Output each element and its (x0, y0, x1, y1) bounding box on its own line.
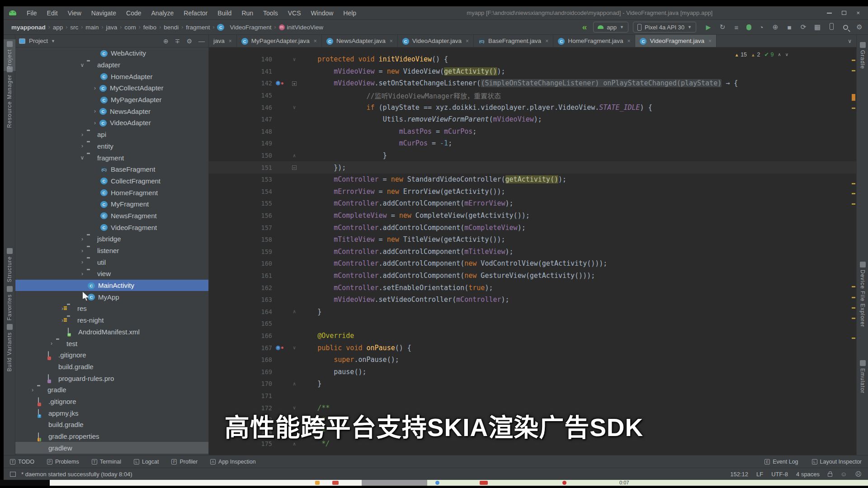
tree-row[interactable]: ›gradle (15, 384, 208, 396)
breadcrumb-item[interactable]: src (69, 23, 80, 32)
breadcrumb-item[interactable]: bendi (162, 23, 180, 32)
tree-row[interactable]: CHomeAdapter (15, 70, 208, 82)
sidebar-item-emulator[interactable]: Emulator (857, 358, 868, 395)
sidebar-item-build-variants[interactable]: Build Variants (4, 322, 15, 373)
chevron-right-icon[interactable]: › (78, 248, 87, 254)
fold-minus-icon[interactable]: – (292, 165, 297, 170)
breadcrumb-item[interactable]: feibo (142, 23, 158, 32)
tree-row[interactable]: ∨fragment (15, 152, 208, 164)
chevron-right-icon[interactable]: › (78, 259, 87, 265)
next-issue-icon[interactable]: ∨ (785, 52, 788, 57)
maximize-button[interactable] (842, 11, 846, 15)
menu-navigate[interactable]: Navigate (87, 8, 120, 19)
chevron-right-icon[interactable]: › (90, 120, 99, 126)
apply-code-changes-button[interactable]: ≡ (732, 23, 741, 31)
toolwindow-todo[interactable]: TTODO (10, 459, 34, 465)
tree-row[interactable]: ›listener (15, 245, 208, 257)
tree-row[interactable]: ›test (15, 338, 208, 349)
menu-file[interactable]: File (23, 8, 41, 19)
tree-row[interactable]: ›res (15, 303, 208, 314)
tree-row[interactable]: ›res-night (15, 314, 208, 326)
tree-row[interactable]: CMyFragment (15, 198, 208, 210)
minimize-button[interactable] (827, 13, 832, 14)
error-stripe[interactable] (851, 47, 856, 455)
fold-marker[interactable]: ∨ (289, 56, 299, 62)
sidebar-item-device-file-explorer[interactable]: Device File Explorer (857, 260, 868, 329)
breadcrumb-item[interactable]: main (84, 23, 100, 32)
tree-row[interactable]: CHomeFragment (15, 187, 208, 198)
chevron-down-icon[interactable]: ∨ (78, 62, 87, 68)
tree-row[interactable]: ›entity (15, 141, 208, 152)
tree-row[interactable]: ?appmy.jks (15, 407, 208, 419)
tree-row[interactable]: gradlew (15, 442, 208, 454)
close-icon[interactable]: × (627, 38, 630, 44)
hide-panel-button[interactable]: — (198, 38, 205, 45)
stripe-mark[interactable] (852, 70, 855, 71)
caret-position[interactable]: 152:12 (730, 471, 748, 478)
tree-row[interactable]: proguard-rules.pro (15, 372, 208, 384)
close-icon[interactable]: × (466, 38, 469, 44)
tree-row[interactable]: CNewsFragment (15, 210, 208, 222)
chevron-down-icon[interactable]: ∨ (78, 155, 87, 161)
lock-icon[interactable] (828, 473, 832, 477)
settings-button[interactable]: ⚙ (855, 23, 863, 31)
stripe-mark[interactable] (852, 183, 855, 184)
tree-row[interactable]: ∨adapter (15, 59, 208, 71)
locate-file-button[interactable]: ⊕ (163, 38, 169, 45)
run-button[interactable]: ▶ (704, 23, 712, 31)
toolwindow-event-log[interactable]: EEvent Log (764, 459, 798, 465)
stripe-mark[interactable] (852, 307, 855, 309)
line-separator[interactable]: LF (756, 471, 763, 478)
collapse-all-button[interactable]: ∓ (175, 38, 180, 45)
breadcrumb-item[interactable]: app (52, 23, 65, 32)
tree-row[interactable]: .gitignore (15, 396, 208, 408)
tab-java[interactable]: java× (209, 35, 237, 47)
tree-row[interactable]: (C)BaseFragment (15, 164, 208, 175)
project-structure-icon[interactable]: « (582, 22, 587, 32)
chevron-right-icon[interactable]: › (28, 387, 37, 393)
happy-face-icon[interactable]: ☺ (840, 470, 847, 478)
menu-run[interactable]: Run (237, 8, 257, 19)
tree-row[interactable]: ›CVideoAdapter (15, 117, 208, 129)
chevron-right-icon[interactable]: › (78, 131, 87, 138)
tree-row[interactable]: CMainActivity (15, 280, 208, 291)
tree-row[interactable]: ›CNewsAdapter (15, 105, 208, 117)
close-icon[interactable]: × (545, 38, 548, 44)
sync-gradle-button[interactable]: ⟳ (799, 23, 807, 31)
sidebar-item-gradle[interactable]: Gradle (857, 40, 868, 71)
attach-debugger-button[interactable]: ⊕ (771, 23, 779, 31)
debug-button[interactable] (746, 24, 751, 30)
stripe-mark[interactable] (852, 203, 855, 205)
override-method-icon[interactable]: ↑ (276, 81, 280, 85)
tree-row[interactable]: MAndroidManifest.xml (15, 326, 208, 338)
menu-view[interactable]: View (64, 8, 85, 19)
tree-row[interactable]: CWebActivity (15, 47, 208, 59)
tree-row[interactable]: CMyPagerAdapter (15, 94, 208, 106)
chevron-right-icon[interactable]: › (47, 340, 56, 347)
stripe-mark[interactable] (852, 94, 855, 101)
breadcrumb-method[interactable]: minitVideoView (278, 23, 325, 32)
breadcrumb-item[interactable]: com (123, 23, 137, 32)
file-encoding[interactable]: UTF-8 (771, 471, 788, 478)
menu-refactor[interactable]: Refactor (179, 8, 212, 19)
tree-row[interactable]: build.gradle (15, 361, 208, 373)
sidebar-item-resource-manager[interactable]: Resource Manager (4, 65, 15, 130)
stripe-mark[interactable] (852, 108, 855, 109)
tree-row[interactable]: build.gradle (15, 419, 208, 431)
toolwindow-problems[interactable]: PProblems (47, 459, 79, 465)
tree-row[interactable]: CCollectFragment (15, 175, 208, 187)
panel-settings-button[interactable]: ⚙ (186, 38, 192, 45)
toolwindow-logcat[interactable]: LLogcat (134, 459, 159, 465)
breadcrumb-item[interactable]: java (105, 23, 119, 32)
avd-manager-button[interactable] (827, 23, 835, 31)
apply-changes-button[interactable]: ↻ (718, 23, 726, 31)
stripe-mark[interactable] (852, 60, 855, 61)
chevron-right-icon[interactable]: › (78, 236, 87, 242)
hidden-tabs-icon[interactable]: ∨ (843, 38, 856, 44)
fold-marker[interactable]: ∨ (289, 345, 299, 351)
inspection-widget[interactable]: ▲ 15 ▲ 2 ✔ 9 ∧ ∨ (735, 51, 788, 58)
stripe-mark[interactable] (852, 338, 855, 339)
fold-plus-icon[interactable]: + (292, 81, 297, 86)
menu-tools[interactable]: Tools (259, 8, 282, 19)
stop-button[interactable]: ■ (785, 23, 793, 31)
